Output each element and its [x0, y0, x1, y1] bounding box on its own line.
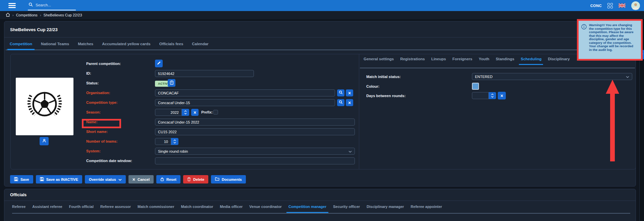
main-tab-bar: Competition National Teams Matches Accum…: [7, 42, 211, 50]
tab-competition[interactable]: Competition: [7, 42, 35, 50]
season-stepper[interactable]: [182, 109, 189, 116]
top-bar: CONC: [0, 0, 644, 11]
tab-security-officer[interactable]: Security officer: [331, 205, 362, 213]
tab-lineups[interactable]: Lineups: [430, 57, 448, 65]
colour-label: Colour:: [366, 83, 379, 90]
user-avatar[interactable]: [631, 1, 640, 10]
tab-fourth-official[interactable]: Fourth official: [67, 205, 96, 213]
person-icon: [42, 139, 46, 144]
warning-tooltip-annotation: Warning!!! You are changing the competit…: [577, 19, 643, 61]
days-between-rounds-label: Days between rounds:: [366, 92, 406, 99]
competition-type-input[interactable]: [155, 99, 335, 106]
breadcrumb-competitions[interactable]: Competitions: [16, 13, 38, 17]
tab-competition-manager[interactable]: Competition manager: [286, 205, 328, 213]
warning-text: Warning!!! You are changing the competit…: [589, 23, 635, 57]
match-initial-status-label: Match initial status:: [366, 73, 401, 80]
tab-matches[interactable]: Matches: [75, 42, 96, 50]
delete-button[interactable]: Delete: [183, 175, 208, 183]
search-icon: [339, 90, 343, 95]
competition-type-clear-button[interactable]: ×: [346, 99, 353, 106]
short-name-input[interactable]: [155, 128, 355, 135]
season-clear-button[interactable]: ×: [191, 109, 199, 116]
tab-foreigners[interactable]: Foreigners: [451, 57, 474, 65]
number-of-teams-stepper[interactable]: [171, 138, 178, 145]
days-between-rounds-clear-button[interactable]: ×: [498, 92, 506, 99]
tab-standings[interactable]: Standings: [494, 57, 516, 65]
close-icon: ×: [132, 177, 135, 182]
pencil-icon: [157, 61, 161, 66]
close-icon: ×: [348, 91, 351, 95]
logo-upload-button[interactable]: [40, 137, 49, 145]
tab-venue-coordinator[interactable]: Venue coordinator: [247, 205, 284, 213]
organisation-clear-button[interactable]: ×: [346, 89, 353, 96]
chevron-down-icon: [118, 177, 122, 181]
organisation-label: Organisation:: [86, 89, 110, 96]
season-label: Season:: [86, 109, 101, 116]
apps-grid-icon[interactable]: [607, 3, 613, 8]
home-icon[interactable]: [6, 13, 10, 17]
save-as-inactive-button[interactable]: Save as INACTIVE: [36, 175, 82, 183]
tab-calendar[interactable]: Calendar: [190, 42, 211, 50]
override-status-button[interactable]: Override status: [85, 175, 126, 183]
match-initial-status-select[interactable]: ENTERED: [472, 73, 632, 80]
competition-type-label: Competition type:: [86, 99, 118, 106]
competition-date-window-input[interactable]: [155, 157, 355, 164]
close-icon: ×: [194, 110, 196, 115]
search-icon: [29, 2, 33, 8]
tab-officials-fees[interactable]: Officials fees: [157, 42, 186, 50]
tab-referee-appointer[interactable]: Referee appointer: [409, 205, 444, 213]
tab-assistant-referee[interactable]: Assistant referee: [30, 205, 64, 213]
tab-scheduling[interactable]: Scheduling: [519, 57, 543, 65]
tab-accumulated-yellow-cards[interactable]: Accumulated yellow cards: [100, 42, 153, 50]
edit-parent-competition-button[interactable]: [155, 60, 163, 67]
season-input[interactable]: [155, 109, 182, 116]
documents-label: Documents: [222, 177, 242, 181]
system-select[interactable]: Single round robin: [155, 148, 355, 155]
org-code-label: CONC: [590, 4, 602, 8]
number-of-teams-input[interactable]: [155, 138, 171, 145]
system-label: System:: [86, 148, 101, 155]
menu-icon[interactable]: [8, 2, 16, 9]
organisation-input[interactable]: [155, 89, 335, 96]
language-flag-icon[interactable]: [619, 3, 626, 8]
competition-type-search-button[interactable]: [337, 99, 344, 106]
id-input[interactable]: [155, 70, 254, 77]
tab-media-officer[interactable]: Media officer: [218, 205, 245, 213]
cancel-button[interactable]: × Cancel: [128, 175, 154, 183]
days-between-rounds-stepper[interactable]: [489, 92, 496, 99]
tab-match-commissioner[interactable]: Match commissioner: [136, 205, 176, 213]
divider: [4, 201, 636, 201]
officials-tab-track: [12, 213, 630, 214]
organisation-search-button[interactable]: [337, 89, 344, 96]
tab-youth[interactable]: Youth: [477, 57, 491, 65]
tab-registrations[interactable]: Registrations: [398, 57, 427, 65]
tab-general-settings[interactable]: General settings: [362, 57, 395, 65]
days-between-rounds-input[interactable]: [472, 92, 489, 99]
settings-tab-bar: General settings Registrations Lineups F…: [362, 57, 572, 65]
save-button[interactable]: Save: [10, 175, 33, 183]
name-input[interactable]: [155, 119, 355, 126]
tab-referee[interactable]: Referee: [10, 205, 28, 213]
global-search[interactable]: [28, 1, 76, 10]
colour-swatch[interactable]: [472, 83, 479, 90]
tab-national-teams[interactable]: National Teams: [39, 42, 71, 50]
reset-button[interactable]: Reset: [156, 175, 180, 183]
tab-match-coordinator[interactable]: Match coordinator: [179, 205, 215, 213]
page-title: SheBelieves Cup 22/23: [10, 27, 58, 32]
documents-button[interactable]: Documents: [211, 175, 246, 183]
override-status-label: Override status: [89, 177, 116, 181]
number-of-teams-label: Number of teams:: [86, 138, 118, 145]
cancel-label: Cancel: [138, 177, 150, 181]
save-icon: [14, 177, 18, 182]
lock-icon: [160, 177, 164, 182]
prefix-label: Prefix:: [201, 109, 213, 116]
tab-disciplinary-manager[interactable]: Disciplinary manager: [365, 205, 406, 213]
tab-referee-assessor[interactable]: Referee assessor: [98, 205, 133, 213]
search-input[interactable]: [36, 3, 72, 7]
clipboard-icon: [170, 80, 174, 86]
prefix-checkbox[interactable]: [213, 110, 218, 115]
status-history-button[interactable]: [168, 79, 175, 87]
breadcrumb-current[interactable]: SheBelieves Cup 22/23: [44, 13, 82, 17]
tab-disciplinary[interactable]: Disciplinary: [546, 57, 571, 65]
match-initial-status-value: ENTERED: [475, 75, 493, 79]
